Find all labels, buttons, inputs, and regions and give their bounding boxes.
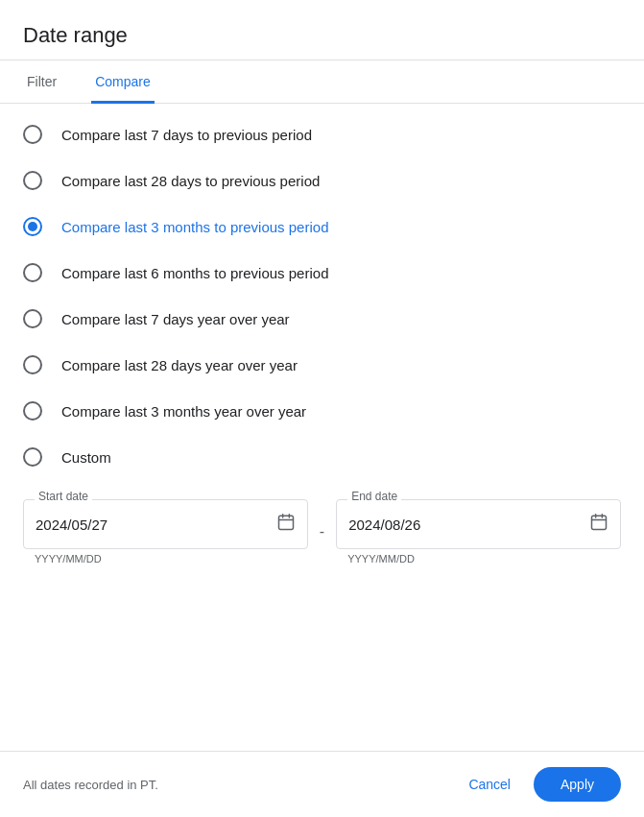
- start-date-input[interactable]: 2024/05/27: [23, 499, 308, 549]
- cancel-button[interactable]: Cancel: [453, 767, 526, 802]
- radio-item-8[interactable]: Custom: [0, 434, 644, 480]
- date-fields: Start date 2024/05/27 YYYY/MM/DD - End d…: [23, 499, 621, 565]
- radio-label-1: Compare last 7 days to previous period: [61, 127, 312, 143]
- start-calendar-icon[interactable]: [276, 513, 296, 537]
- radio-circle-7: [23, 401, 42, 421]
- radio-item-3[interactable]: Compare last 3 months to previous period: [0, 204, 644, 250]
- end-calendar-icon[interactable]: [589, 513, 608, 537]
- start-date-wrap: Start date 2024/05/27 YYYY/MM/DD: [23, 499, 308, 565]
- page-title: Date range: [0, 0, 644, 60]
- tab-filter[interactable]: Filter: [23, 60, 60, 104]
- end-date-input[interactable]: 2024/08/26: [336, 499, 621, 549]
- tabs: Filter Compare: [0, 60, 644, 104]
- radio-label-4: Compare last 6 months to previous period: [61, 265, 328, 281]
- radio-circle-1: [23, 125, 42, 144]
- svg-rect-1: [592, 516, 607, 529]
- date-dash: -: [320, 523, 324, 541]
- radio-circle-6: [23, 355, 42, 374]
- radio-item-4[interactable]: Compare last 6 months to previous period: [0, 250, 644, 296]
- apply-button[interactable]: Apply: [534, 767, 621, 802]
- radio-item-6[interactable]: Compare last 28 days year over year: [0, 342, 644, 388]
- radio-circle-4: [23, 263, 42, 282]
- radio-item-1[interactable]: Compare last 7 days to previous period: [0, 111, 644, 157]
- end-date-label: End date: [347, 490, 401, 503]
- start-date-label: Start date: [35, 490, 92, 503]
- radio-circle-3: [23, 217, 42, 236]
- radio-label-7: Compare last 3 months year over year: [61, 403, 306, 420]
- radio-label-5: Compare last 7 days year over year: [61, 311, 290, 327]
- end-date-value: 2024/08/26: [348, 517, 589, 533]
- radio-item-5[interactable]: Compare last 7 days year over year: [0, 296, 644, 342]
- radio-circle-2: [23, 171, 42, 190]
- tab-compare[interactable]: Compare: [91, 60, 155, 104]
- radio-item-2[interactable]: Compare last 28 days to previous period: [0, 157, 644, 204]
- radio-label-2: Compare last 28 days to previous period: [61, 173, 320, 189]
- radio-circle-8: [23, 447, 42, 467]
- radio-label-3: Compare last 3 months to previous period: [61, 219, 328, 235]
- radio-label-6: Compare last 28 days year over year: [61, 357, 298, 373]
- radio-circle-5: [23, 309, 42, 328]
- start-date-hint: YYYY/MM/DD: [23, 549, 308, 565]
- footer: All dates recorded in PT. Cancel Apply: [0, 751, 644, 817]
- svg-rect-0: [278, 516, 293, 529]
- radio-label-8: Custom: [61, 449, 111, 466]
- footer-buttons: Cancel Apply: [453, 767, 621, 802]
- custom-section: Start date 2024/05/27 YYYY/MM/DD - End d…: [0, 488, 644, 588]
- end-date-wrap: End date 2024/08/26 YYYY/MM/DD: [336, 499, 621, 565]
- footer-note: All dates recorded in PT.: [23, 778, 158, 792]
- end-date-hint: YYYY/MM/DD: [336, 549, 621, 565]
- radio-item-7[interactable]: Compare last 3 months year over year: [0, 388, 644, 434]
- start-date-value: 2024/05/27: [36, 517, 276, 533]
- radio-list: Compare last 7 days to previous period C…: [0, 104, 644, 488]
